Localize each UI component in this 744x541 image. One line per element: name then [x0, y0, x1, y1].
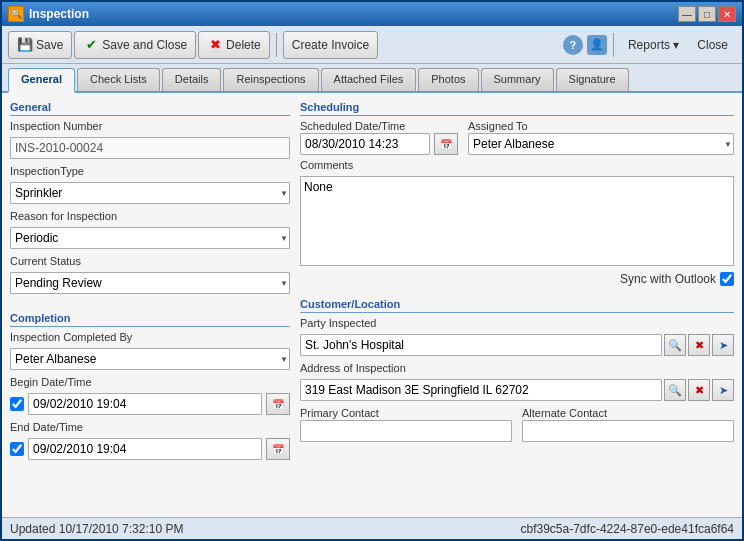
primary-contact-label: Primary Contact — [300, 407, 512, 419]
maximize-button[interactable]: □ — [698, 6, 716, 22]
status-select[interactable]: Pending Review Complete Cancelled Schedu… — [10, 272, 290, 294]
end-datetime-row: 📅 — [10, 438, 290, 460]
save-button[interactable]: 💾 Save — [8, 31, 72, 59]
inspection-type-select[interactable]: Sprinkler Fire Alarm Extinguisher Hood — [10, 182, 290, 204]
create-invoice-button[interactable]: Create Invoice — [283, 31, 378, 59]
main-window: 🔍 Inspection — □ ✕ 💾 Save ✔ Save and Clo… — [0, 0, 744, 541]
assigned-to-select[interactable]: Peter Albanese John Smith Mary Johnson — [468, 133, 734, 155]
inspection-number-input — [10, 137, 290, 159]
party-search-button[interactable]: 🔍 — [664, 334, 686, 356]
comments-textarea[interactable]: None — [300, 176, 734, 266]
window-title: Inspection — [29, 7, 89, 21]
end-checkbox-wrapper — [10, 442, 24, 456]
inspection-type-label: InspectionType — [10, 165, 290, 177]
general-divider — [10, 115, 290, 116]
title-bar-left: 🔍 Inspection — [8, 6, 89, 22]
reason-group: Reason for Inspection Periodic New Insta… — [10, 210, 290, 249]
completion-section: Completion Inspection Completed By Peter… — [10, 312, 290, 466]
completion-section-label: Completion — [10, 312, 290, 324]
toolbar-separator — [276, 33, 277, 57]
toolbar: 💾 Save ✔ Save and Close ✖ Delete Create … — [2, 26, 742, 64]
party-delete-button[interactable]: ✖ — [688, 334, 710, 356]
begin-calendar-button[interactable]: 📅 — [266, 393, 290, 415]
completed-by-wrapper: Peter Albanese John Smith ▼ — [10, 348, 290, 370]
address-row: 🔍 ✖ ➤ — [300, 379, 734, 401]
tabs-bar: General Check Lists Details Reinspection… — [2, 64, 742, 93]
scheduled-calendar-button[interactable]: 📅 — [434, 133, 458, 155]
tab-checklists[interactable]: Check Lists — [77, 68, 160, 91]
scheduled-datetime-input[interactable] — [300, 133, 430, 155]
inspection-number-group: Inspection Number — [10, 120, 290, 159]
window-close-button[interactable]: ✕ — [718, 6, 736, 22]
assigned-to-label: Assigned To — [468, 120, 734, 132]
tab-reinspections[interactable]: Reinspections — [223, 68, 318, 91]
user-icon[interactable]: 👤 — [587, 35, 607, 55]
completed-by-select[interactable]: Peter Albanese John Smith — [10, 348, 290, 370]
create-invoice-label: Create Invoice — [292, 38, 369, 52]
guid-text: cbf39c5a-7dfc-4224-87e0-ede41fca6f64 — [521, 522, 735, 536]
end-datetime-group: End Date/Time 📅 — [10, 421, 290, 460]
begin-datetime-input[interactable] — [28, 393, 262, 415]
save-close-label: Save and Close — [102, 38, 187, 52]
sync-outlook-checkbox[interactable] — [720, 272, 734, 286]
inspection-type-group: InspectionType Sprinkler Fire Alarm Exti… — [10, 165, 290, 204]
status-label: Current Status — [10, 255, 290, 267]
end-calendar-button[interactable]: 📅 — [266, 438, 290, 460]
minimize-button[interactable]: — — [678, 6, 696, 22]
app-icon: 🔍 — [8, 6, 24, 22]
help-icon[interactable]: ? — [563, 35, 583, 55]
help-icons-group: ? 👤 — [563, 35, 607, 55]
tab-signature[interactable]: Signature — [556, 68, 629, 91]
updated-text: Updated 10/17/2010 7:32:10 PM — [10, 522, 183, 536]
reason-select[interactable]: Periodic New Installation Complaint Foll… — [10, 227, 290, 249]
end-checkbox[interactable] — [10, 442, 24, 456]
scheduling-section: Scheduling Scheduled Date/Time 📅 Assigne… — [300, 101, 734, 286]
tab-attached-files[interactable]: Attached Files — [321, 68, 417, 91]
begin-checkbox[interactable] — [10, 397, 24, 411]
begin-datetime-group: Begin Date/Time 📅 — [10, 376, 290, 415]
scheduled-datetime-group: Scheduled Date/Time 📅 — [300, 120, 458, 155]
save-close-button[interactable]: ✔ Save and Close — [74, 31, 196, 59]
completed-by-label: Inspection Completed By — [10, 331, 290, 343]
alternate-contact-input[interactable] — [522, 420, 734, 442]
alternate-contact-group: Alternate Contact — [522, 407, 734, 442]
scheduling-fields-row: Scheduled Date/Time 📅 Assigned To Peter … — [300, 120, 734, 155]
status-group: Current Status Pending Review Complete C… — [10, 255, 290, 294]
reason-label: Reason for Inspection — [10, 210, 290, 222]
contacts-row: Primary Contact Alternate Contact — [300, 407, 734, 442]
tab-photos[interactable]: Photos — [418, 68, 478, 91]
begin-datetime-label: Begin Date/Time — [10, 376, 290, 388]
close-label: Close — [697, 38, 728, 52]
tab-general[interactable]: General — [8, 68, 75, 93]
scheduled-datetime-row: 📅 — [300, 133, 458, 155]
alternate-contact-label: Alternate Contact — [522, 407, 734, 419]
delete-label: Delete — [226, 38, 261, 52]
status-wrapper: Pending Review Complete Cancelled Schedu… — [10, 272, 290, 294]
toolbar-separator-2 — [613, 33, 614, 57]
title-bar-controls: — □ ✕ — [678, 6, 736, 22]
inspection-type-wrapper: Sprinkler Fire Alarm Extinguisher Hood ▼ — [10, 182, 290, 204]
address-nav-button[interactable]: ➤ — [712, 379, 734, 401]
general-section: General Inspection Number InspectionType… — [10, 101, 290, 300]
right-panel: Scheduling Scheduled Date/Time 📅 Assigne… — [300, 101, 734, 509]
party-inspected-input[interactable] — [300, 334, 662, 356]
main-content: General Inspection Number InspectionType… — [2, 93, 742, 517]
scheduled-datetime-label: Scheduled Date/Time — [300, 120, 458, 132]
address-delete-button[interactable]: ✖ — [688, 379, 710, 401]
scheduling-divider — [300, 115, 734, 116]
address-input[interactable] — [300, 379, 662, 401]
tab-summary[interactable]: Summary — [481, 68, 554, 91]
delete-button[interactable]: ✖ Delete — [198, 31, 270, 59]
address-search-button[interactable]: 🔍 — [664, 379, 686, 401]
primary-contact-input[interactable] — [300, 420, 512, 442]
reports-button[interactable]: Reports ▾ — [620, 35, 687, 55]
party-inspected-group: Party Inspected 🔍 ✖ ➤ — [300, 317, 734, 356]
sync-row: Sync with Outlook — [300, 272, 734, 286]
party-nav-button[interactable]: ➤ — [712, 334, 734, 356]
title-bar: 🔍 Inspection — □ ✕ — [2, 2, 742, 26]
delete-icon: ✖ — [207, 37, 223, 53]
customer-divider — [300, 312, 734, 313]
end-datetime-input[interactable] — [28, 438, 262, 460]
tab-details[interactable]: Details — [162, 68, 222, 91]
close-button[interactable]: Close — [689, 35, 736, 55]
